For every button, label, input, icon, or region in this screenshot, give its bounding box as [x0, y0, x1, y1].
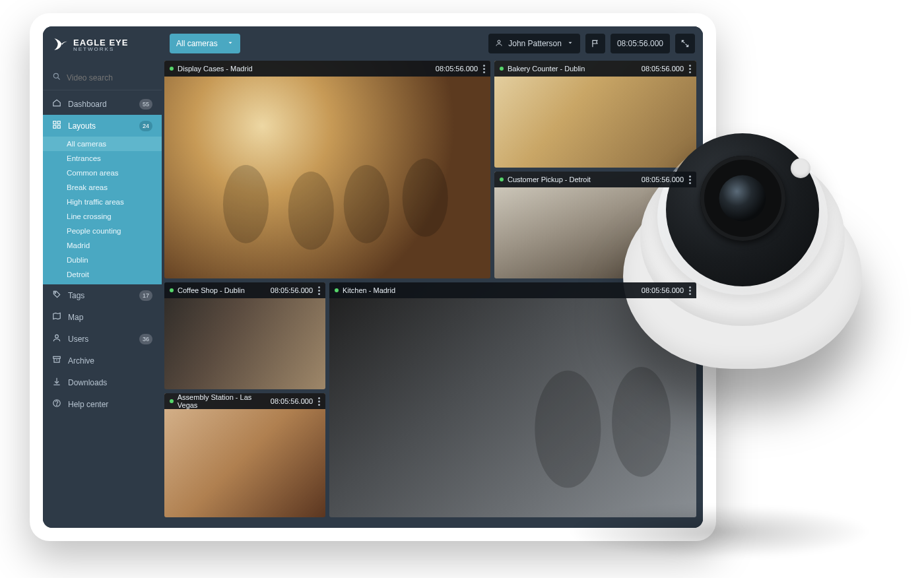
svg-point-12 [223, 165, 269, 243]
tile-time: 08:05:56.000 [642, 286, 684, 294]
layouts-submenu: All cameras Entrances Common areas Break… [43, 137, 162, 284]
download-icon [52, 377, 61, 388]
tile-title: Customer Pickup - Detroit [508, 176, 591, 183]
tile-more-button[interactable] [689, 286, 691, 295]
live-indicator-icon [500, 67, 504, 71]
nav-label: Tags [68, 291, 84, 300]
svg-rect-2 [53, 121, 56, 124]
badge: 36 [139, 334, 152, 344]
user-menu[interactable]: John Patterson [488, 34, 580, 53]
search-input[interactable] [67, 73, 152, 82]
chevron-down-icon [567, 39, 574, 48]
user-icon [495, 39, 503, 49]
badge: 17 [139, 290, 152, 301]
tile-header: Customer Pickup - Detroit 08:05:56.000 [494, 172, 696, 187]
tile-more-button[interactable] [483, 65, 485, 73]
layout-dropdown[interactable]: All cameras [170, 34, 240, 53]
svg-rect-4 [53, 125, 56, 128]
tile-title: Bakery Counter - Dublin [508, 65, 585, 73]
eagle-icon [52, 36, 69, 55]
sidebar-item-layouts[interactable]: Layouts 24 [43, 115, 162, 137]
tile-time: 08:05:56.000 [642, 65, 684, 73]
sidebar-item-tags[interactable]: Tags 17 [43, 284, 162, 306]
badge: 24 [139, 121, 152, 131]
nav-label: Help center [68, 400, 108, 409]
svg-point-10 [57, 405, 57, 406]
tile-coffee-shop-dublin[interactable]: Coffee Shop - Dublin 08:05:56.000 [164, 282, 325, 389]
tile-header: Bakery Counter - Dublin 08:05:56.000 [494, 61, 696, 77]
svg-point-11 [498, 40, 500, 43]
svg-rect-8 [53, 356, 61, 358]
sidebar-item-downloads[interactable]: Downloads [43, 371, 162, 393]
tag-icon [52, 290, 61, 301]
chevron-down-icon [227, 39, 234, 48]
flag-button[interactable] [585, 34, 605, 53]
tile-time: 08:05:56.000 [436, 65, 478, 73]
map-icon [52, 311, 61, 323]
sidebar-item-users[interactable]: Users 36 [43, 328, 162, 350]
sub-high-traffic-areas[interactable]: High traffic areas [43, 195, 162, 209]
tile-more-button[interactable] [689, 176, 691, 184]
clock-display: 08:05:56.000 [610, 34, 670, 53]
sub-break-areas[interactable]: Break areas [43, 180, 162, 195]
tile-header: Coffee Shop - Dublin 08:05:56.000 [164, 282, 325, 298]
live-indicator-icon [500, 177, 504, 181]
sub-entrances[interactable]: Entrances [43, 151, 162, 166]
sidebar-item-archive[interactable]: Archive [43, 350, 162, 371]
tile-more-button[interactable] [318, 286, 320, 295]
sidebar-item-map[interactable]: Map [43, 306, 162, 328]
dropdown-label: All cameras [176, 39, 218, 48]
nav-label: Map [68, 313, 83, 322]
help-icon [52, 399, 61, 410]
grid-icon [52, 120, 61, 131]
tile-header: Assembly Station - Las Vegas 08:05:56.00… [164, 393, 325, 409]
sidebar-item-help[interactable]: Help center [43, 393, 162, 415]
sub-detroit[interactable]: Detroit [43, 267, 162, 282]
user-icon [52, 333, 61, 344]
live-indicator-icon [335, 288, 339, 292]
tile-time: 08:05:56.000 [271, 286, 313, 294]
tile-title: Display Cases - Madrid [178, 65, 253, 73]
tile-time: 08:05:56.000 [271, 397, 313, 405]
tile-more-button[interactable] [318, 397, 320, 406]
camera-shadow [568, 505, 871, 558]
tile-display-cases-madrid[interactable]: Display Cases - Madrid 08:05:56.000 [164, 61, 490, 278]
tile-time: 08:05:56.000 [642, 176, 684, 183]
video-search[interactable] [43, 65, 162, 90]
tile-more-button[interactable] [689, 65, 691, 73]
dome-camera-illustration [601, 99, 884, 383]
svg-point-17 [612, 367, 671, 477]
tile-title: Coffee Shop - Dublin [178, 286, 245, 294]
sub-dublin[interactable]: Dublin [43, 253, 162, 267]
live-indicator-icon [170, 288, 174, 292]
tile-assembly-station-las-vegas[interactable]: Assembly Station - Las Vegas 08:05:56.00… [164, 393, 325, 517]
sub-people-counting[interactable]: People counting [43, 224, 162, 238]
brand-logo: EAGLE EYE NETWORKS [43, 26, 162, 60]
search-icon [52, 72, 61, 83]
tile-title: Assembly Station - Las Vegas [178, 393, 271, 409]
nav-label: Users [68, 335, 88, 344]
live-indicator-icon [170, 399, 174, 403]
sidebar: EAGLE EYE NETWORKS Dashboard 55 [43, 26, 162, 528]
user-name: John Patterson [508, 39, 562, 48]
svg-point-16 [535, 370, 601, 488]
svg-point-6 [55, 292, 56, 294]
home-icon [52, 98, 61, 110]
svg-line-1 [58, 78, 60, 80]
sidebar-item-dashboard[interactable]: Dashboard 55 [43, 93, 162, 115]
badge: 55 [139, 99, 152, 110]
sub-line-crossing[interactable]: Line crossing [43, 209, 162, 224]
sub-common-areas[interactable]: Common areas [43, 166, 162, 180]
nav-label: Downloads [68, 378, 107, 387]
fullscreen-button[interactable] [675, 34, 695, 53]
tile-header: Display Cases - Madrid 08:05:56.000 [164, 61, 490, 77]
nav-label: Dashboard [68, 100, 107, 109]
svg-point-13 [288, 172, 334, 250]
svg-point-7 [55, 335, 59, 338]
tile-header: Kitchen - Madrid 08:05:56.000 [329, 282, 696, 298]
nav-label: Layouts [68, 121, 96, 131]
sub-madrid[interactable]: Madrid [43, 238, 162, 253]
sub-all-cameras[interactable]: All cameras [43, 137, 162, 151]
live-indicator-icon [170, 67, 174, 71]
archive-icon [52, 355, 61, 366]
